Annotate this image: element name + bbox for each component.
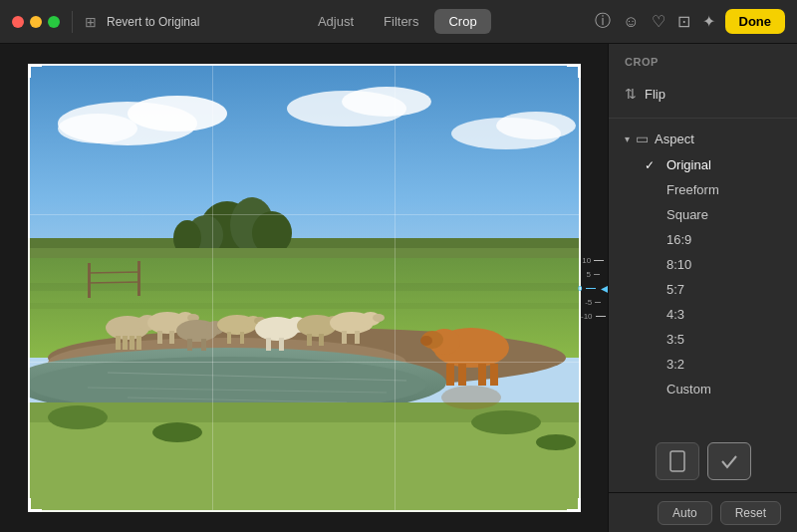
svg-rect-73: [490, 364, 498, 386]
svg-rect-71: [458, 364, 466, 386]
aspect-custom-label: Custom: [666, 382, 711, 397]
svg-rect-18: [28, 303, 581, 309]
tab-crop[interactable]: Crop: [434, 9, 490, 34]
svg-line-81: [88, 282, 140, 283]
crop-icon[interactable]: ⊡: [677, 12, 690, 31]
svg-rect-56: [279, 338, 284, 351]
ruler-tick-10: 10: [582, 253, 604, 267]
ruler-tick-5: 5: [587, 267, 600, 281]
portrait-button[interactable]: [656, 442, 699, 480]
bottom-bar: Auto Reset: [609, 492, 797, 532]
svg-point-76: [420, 336, 432, 346]
aspect-original[interactable]: ✓ Original: [609, 152, 797, 177]
checkmark-8-10: [645, 258, 659, 272]
svg-rect-40: [157, 331, 162, 344]
photo-container: 10 5 0 ◀ -5 -10: [28, 64, 581, 512]
aspect-16-9[interactable]: 16:9: [609, 227, 797, 252]
revert-button[interactable]: Revert to Original: [107, 15, 199, 29]
aspect-3-2[interactable]: 3:2: [609, 352, 797, 377]
traffic-lights: [12, 16, 60, 28]
photo-image: [28, 64, 581, 512]
aspect-chevron: ▾: [625, 133, 630, 144]
ruler-tick-neg5: -5: [585, 295, 601, 309]
aspect-3-5-label: 3:5: [666, 332, 684, 347]
rotation-ruler: 10 5 0 ◀ -5 -10: [578, 253, 608, 323]
svg-point-30: [471, 410, 541, 434]
aspect-label: Aspect: [655, 132, 694, 146]
titlebar: ⊞ Revert to Original Adjust Filters Crop…: [0, 0, 797, 44]
svg-point-7: [496, 112, 576, 139]
svg-point-3: [58, 114, 137, 143]
checkmark-freeform: [645, 183, 659, 197]
aspect-4-3[interactable]: 4:3: [609, 302, 797, 327]
svg-point-28: [48, 405, 108, 429]
done-button[interactable]: Done: [725, 9, 786, 34]
tab-bar: Adjust Filters Crop: [304, 9, 491, 34]
aspect-5-7[interactable]: 5:7: [609, 277, 797, 302]
checkmark-square: [645, 208, 659, 222]
svg-rect-72: [478, 364, 486, 386]
aspect-3-2-label: 3:2: [666, 357, 684, 372]
aspect-freeform[interactable]: Freeform: [609, 177, 797, 202]
panel-header: CROP: [609, 44, 797, 76]
info-icon[interactable]: ⓘ: [595, 11, 611, 32]
tab-adjust[interactable]: Adjust: [304, 9, 368, 34]
svg-rect-27: [28, 422, 581, 512]
heart-icon[interactable]: ♡: [652, 12, 665, 31]
svg-rect-51: [240, 332, 244, 344]
orientation-row: [625, 442, 781, 480]
svg-rect-79: [137, 261, 140, 296]
aspect-original-label: Original: [666, 157, 711, 172]
checkmark-custom: [645, 383, 659, 397]
svg-rect-78: [88, 263, 91, 298]
checkmark-3-5: [645, 333, 659, 347]
checkmark-16-9: [645, 233, 659, 247]
svg-rect-33: [116, 336, 121, 350]
aspect-3-5[interactable]: 3:5: [609, 327, 797, 352]
flip-icon: ⇅: [625, 86, 637, 102]
confirm-button[interactable]: [707, 442, 751, 480]
svg-point-68: [373, 314, 385, 322]
titlebar-icons: ⓘ ☺ ♡ ⊡ ✦: [595, 11, 714, 32]
ruler-tick-neg10: -10: [581, 309, 606, 323]
flip-label: Flip: [645, 87, 665, 102]
svg-rect-17: [28, 283, 581, 291]
tab-filters[interactable]: Filters: [370, 9, 432, 34]
svg-rect-60: [307, 334, 312, 346]
right-panel: CROP ⇅ Flip ▾ ▭ Aspect ✓ Original Freefo…: [608, 44, 797, 532]
svg-rect-50: [227, 332, 231, 344]
sidebar-icon[interactable]: ⊞: [85, 14, 97, 30]
aspect-header[interactable]: ▾ ▭ Aspect: [609, 125, 797, 152]
smiley-icon[interactable]: ☺: [623, 13, 639, 31]
sparkle-icon[interactable]: ✦: [702, 12, 715, 31]
aspect-square[interactable]: Square: [609, 202, 797, 227]
reset-button[interactable]: Reset: [720, 501, 781, 525]
svg-rect-34: [123, 336, 128, 350]
checkmark-5-7: [645, 283, 659, 297]
auto-button[interactable]: Auto: [658, 501, 712, 525]
checkmark-4-3: [645, 308, 659, 322]
svg-point-2: [128, 96, 227, 132]
aspect-freeform-label: Freeform: [666, 182, 719, 197]
svg-point-77: [441, 386, 501, 409]
aspect-custom[interactable]: Custom: [609, 377, 797, 401]
minimize-button[interactable]: [30, 16, 42, 28]
panel-bottom: [609, 430, 797, 492]
flip-section: ⇅ Flip: [609, 76, 797, 112]
flip-item[interactable]: ⇅ Flip: [609, 80, 797, 108]
maximize-button[interactable]: [48, 16, 60, 28]
aspect-8-10[interactable]: 8:10: [609, 252, 797, 277]
aspect-square-label: Square: [666, 207, 708, 222]
svg-rect-46: [201, 339, 206, 351]
svg-point-31: [536, 434, 576, 450]
aspect-section: ▾ ▭ Aspect ✓ Original Freeform Square 16…: [609, 125, 797, 401]
svg-rect-66: [355, 331, 360, 344]
close-button[interactable]: [12, 16, 24, 28]
ruler-tick-0[interactable]: 0 ◀: [578, 281, 608, 295]
svg-rect-41: [169, 331, 174, 344]
svg-rect-70: [446, 364, 454, 386]
svg-point-29: [152, 422, 202, 442]
aspect-4-3-label: 4:3: [666, 307, 684, 322]
ruler-zero-arrow: ◀: [601, 283, 609, 294]
svg-rect-82: [670, 451, 684, 471]
